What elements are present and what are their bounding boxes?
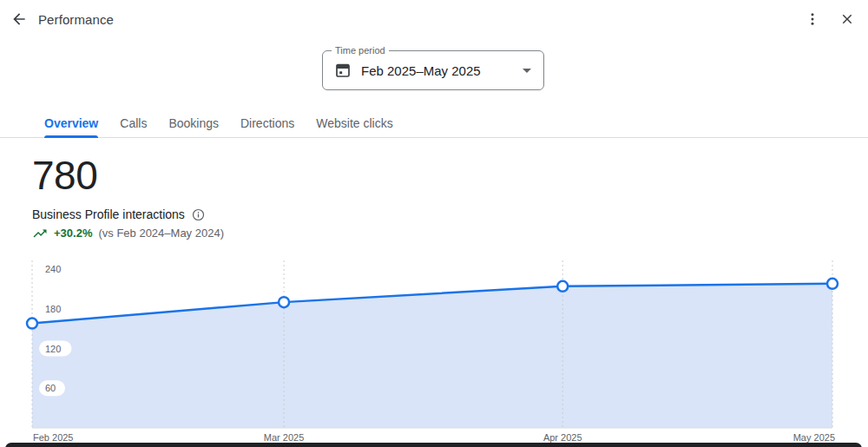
trend-comparison: (vs Feb 2024–May 2024) — [98, 227, 224, 240]
clipped-bottom-sheet — [5, 443, 862, 447]
chart-svg: 60120180240Feb 2025Mar 2025Apr 2025May 2… — [0, 256, 868, 447]
tab-bar: Overview Calls Bookings Directions Websi… — [0, 108, 868, 138]
kebab-icon — [805, 11, 820, 30]
xtick-label: May 2025 — [793, 432, 835, 443]
more-options-button[interactable] — [802, 10, 823, 30]
xtick-label: Mar 2025 — [264, 432, 304, 443]
chevron-down-icon — [523, 69, 531, 73]
trend-row: +30.2% (vs Feb 2024–May 2024) — [32, 227, 224, 240]
tab-overview[interactable]: Overview — [44, 108, 98, 138]
data-point[interactable] — [557, 281, 568, 292]
ytick-label: 180 — [45, 304, 61, 314]
back-button[interactable] — [9, 10, 30, 30]
header: Performance — [0, 0, 868, 40]
time-period-floating-label: Time period — [332, 44, 389, 56]
arrow-left-icon — [10, 10, 28, 30]
ytick-label: 240 — [45, 264, 61, 274]
time-period-select[interactable]: Time period Feb 2025–May 2025 — [322, 50, 544, 90]
close-icon — [839, 11, 855, 30]
tab-bookings[interactable]: Bookings — [168, 108, 219, 138]
metric-label: Business Profile interactions — [32, 207, 185, 221]
performance-panel: Performance Time period Feb 2025–May 202… — [0, 0, 868, 447]
close-button[interactable] — [837, 10, 858, 30]
xtick-label: Feb 2025 — [33, 432, 73, 443]
xtick-label: Apr 2025 — [543, 432, 582, 443]
interactions-chart: 60120180240Feb 2025Mar 2025Apr 2025May 2… — [0, 256, 868, 447]
data-point[interactable] — [279, 297, 289, 307]
trend-percentage: +30.2% — [54, 227, 92, 240]
chart-area-fill — [32, 284, 832, 428]
metric-total: 780 — [32, 154, 97, 196]
time-period-value: Feb 2025–May 2025 — [361, 63, 516, 78]
tab-calls[interactable]: Calls — [120, 108, 147, 138]
data-point[interactable] — [827, 279, 838, 289]
info-icon[interactable] — [192, 208, 205, 221]
ytick-label: 60 — [45, 383, 56, 393]
ytick-label: 120 — [45, 344, 61, 354]
tab-directions[interactable]: Directions — [240, 108, 294, 138]
tab-website-clicks[interactable]: Website clicks — [316, 108, 392, 138]
trending-up-icon — [32, 227, 48, 240]
calendar-icon — [335, 62, 351, 78]
metric-label-row: Business Profile interactions — [32, 207, 205, 221]
data-point[interactable] — [27, 319, 37, 329]
page-title: Performance — [38, 12, 114, 27]
